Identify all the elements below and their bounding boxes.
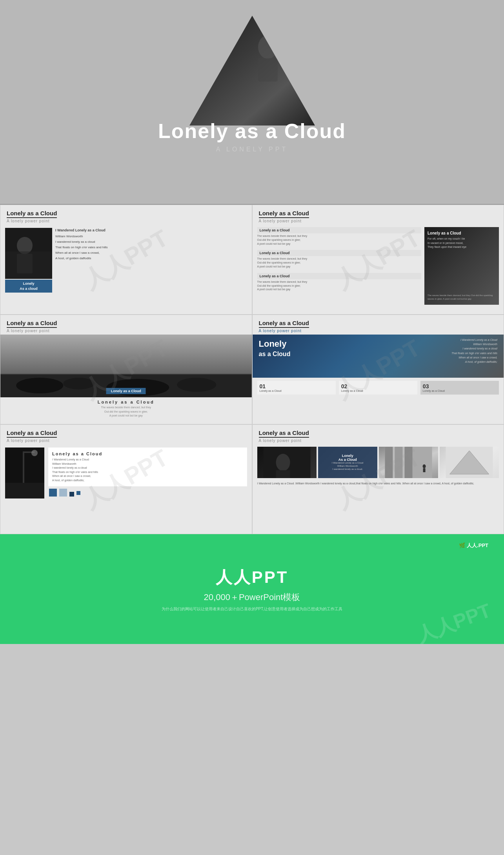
- slide5-poem-l3: I wandered lonely as a cloud: [52, 466, 87, 469]
- slides-grid: Lonely as a Cloud A lonely power point L…: [0, 205, 504, 534]
- svg-rect-7: [5, 251, 52, 279]
- slide4-poem-l4: That floats on high o'er vales and hills: [451, 352, 497, 355]
- slide3-header: Lonely as a Cloud A lonely power point: [0, 315, 252, 335]
- slide2-overlay-l3: They flash upon that inward eye: [428, 246, 466, 248]
- hero-subtitle: A LONELY PPT: [158, 146, 346, 153]
- slide4-poem-l3: I wandered lonely as a cloud: [462, 347, 497, 350]
- slide5-title: Lonely as a Cloud: [7, 429, 57, 438]
- slide1-poem-title: I Wandered Lonely as a Cloud: [55, 228, 108, 233]
- svg-rect-17: [23, 451, 24, 483]
- triangle-svg: [189, 16, 315, 126]
- svg-rect-23: [276, 470, 290, 478]
- slide-thumb-6[interactable]: Lonely as a Cloud A lonely power point: [252, 424, 504, 534]
- slide2-subtitle: A lonely power point: [259, 219, 498, 223]
- slide2-cards: Lonely as a Cloud The waves beside them …: [257, 227, 422, 305]
- slide-thumb-5[interactable]: Lonely as a Cloud A lonely power point: [0, 424, 252, 534]
- slide1-poem-author: William Wordsworth: [55, 234, 108, 239]
- slide4-big-l1: Lonely: [259, 339, 287, 349]
- slide4-big-l2: as a Cloud: [259, 351, 291, 357]
- slide5-left-photo: [5, 448, 44, 524]
- slide5-card-poem: I Wandered Lonely as a Cloud William Wor…: [52, 458, 243, 482]
- slide5-subtitle: A lonely power point: [7, 438, 246, 443]
- slide1-line2: That floats on high o'er vales and hills: [55, 245, 108, 250]
- slide4-subtitle: A lonely power point: [259, 329, 498, 333]
- slide6-bottom-text-area: I Wandered Lonely as a Cloud .William Wo…: [257, 478, 499, 486]
- slide5-header: Lonely as a Cloud A lonely power point: [0, 425, 252, 444]
- slide2-header: Lonely as a Cloud A lonely power point: [253, 205, 504, 225]
- slide5-sq4: [76, 491, 80, 495]
- svg-rect-26: [393, 447, 395, 478]
- slide2-card2-text: The waves beside them danced; but they O…: [257, 257, 422, 268]
- slide5-squares: [48, 488, 247, 497]
- promo-main-title: 人人PPT: [216, 566, 289, 588]
- slide6-photo4: [440, 447, 499, 478]
- slide1-body: Lonely As a cloud I Wandered Lonely as a…: [0, 225, 252, 307]
- slide-thumb-3[interactable]: Lonely as a Cloud A lonely power point: [0, 315, 252, 424]
- slide5-body: Lonely as a Cloud I Wandered Lonely as a…: [0, 444, 252, 527]
- slide4-poem-l1: I Wandered Lonely as a Cloud: [460, 338, 497, 341]
- slide5-poem-l2: William Wordsworth: [52, 462, 76, 465]
- slide4-header: Lonely as a Cloud A lonely power point: [253, 315, 504, 335]
- slide4-title: Lonely as a Cloud: [259, 320, 309, 328]
- slide5-white-card: Lonely as a Cloud I Wandered Lonely as a…: [48, 448, 247, 486]
- slide2-card2: Lonely as a Cloud The waves beside them …: [257, 250, 422, 268]
- promo-subtitle: 20,000＋PowerPoint模板: [204, 591, 300, 603]
- slide1-line1: I wandered lonely as a cloud: [55, 240, 108, 244]
- slide1-title: Lonely as a Cloud: [7, 210, 57, 218]
- slide6-title: Lonely as a Cloud: [259, 429, 309, 438]
- slide6-photos: LonelyAs a Cloud I Wandered Lonely as a …: [257, 447, 499, 478]
- svg-rect-29: [404, 447, 412, 478]
- svg-rect-14: [0, 374, 251, 375]
- slide2-card3: Lonely as a Cloud The waves beside them …: [257, 273, 422, 291]
- slide3-subtitle: A lonely power point: [7, 329, 246, 333]
- slide4-poem-l5: When all at once I saw a crowd,: [459, 356, 497, 359]
- slide5-center-card: Lonely as a Cloud I Wandered Lonely as a…: [48, 448, 247, 524]
- slide4-num1: 01 Lonely as a Cloud: [257, 381, 336, 395]
- svg-point-10: [16, 378, 63, 393]
- slide5-poem-l5: When all at once I saw a crowd,: [52, 475, 91, 477]
- svg-rect-20: [5, 483, 44, 498]
- slide5-sq2: [59, 489, 67, 497]
- slide4-num2-label: Lonely as a Cloud: [341, 389, 415, 392]
- slide4-poem-text: I Wandered Lonely as a Cloud William Wor…: [451, 338, 497, 364]
- slide2-card2-header: Lonely as a Cloud: [257, 250, 422, 256]
- hero-slide: Lonely as a Cloud A LONELY PPT: [0, 0, 504, 204]
- slide3-banner-area: Lonely as a Cloud: [0, 335, 252, 397]
- slide5-bw-img: [5, 448, 44, 498]
- slide1-poem: I Wandered Lonely as a Cloud William Wor…: [55, 228, 108, 304]
- svg-point-2: [258, 35, 278, 59]
- slide3-sub-l2: Out-did the sparkling waves in glee;: [104, 410, 148, 413]
- slide4-num2-number: 02: [341, 383, 415, 389]
- slide6-bottom-text: I Wandered Lonely as a Cloud .William Wo…: [257, 481, 499, 486]
- slide6-subtitle: A lonely power point: [259, 438, 498, 443]
- slide3-sub-l3: A poet could not but be gay: [109, 414, 143, 417]
- slide-thumb-4[interactable]: Lonely as a Cloud A lonely power point L…: [252, 315, 504, 424]
- slide3-title: Lonely as a Cloud: [7, 320, 57, 328]
- slide1-image-col: Lonely As a cloud: [5, 228, 52, 304]
- slide6-photo3: [379, 447, 438, 478]
- promo-logo: 🌿 人人.PPT: [459, 542, 488, 549]
- svg-rect-28: [402, 447, 404, 478]
- slide1-subtitle: A lonely power point: [7, 219, 246, 223]
- slide4-numbered: 01 Lonely as a Cloud 02 Lonely as a Clou…: [253, 378, 504, 398]
- slide-thumb-2[interactable]: Lonely as a Cloud A lonely power point L…: [252, 205, 504, 315]
- svg-point-19: [31, 450, 38, 456]
- slide6-photo1-svg: [257, 447, 317, 478]
- slide1-line4: A host, of golden daffodils: [55, 256, 108, 261]
- slide1-photo-svg: [5, 228, 52, 279]
- hero-main-title: Lonely as a Cloud: [158, 119, 346, 143]
- svg-point-22: [276, 454, 290, 471]
- slide2-title: Lonely as a Cloud: [259, 210, 309, 218]
- slide-thumb-1[interactable]: Lonely as a Cloud A lonely power point L…: [0, 205, 252, 315]
- slide2-card1-text: The waves beside them danced; but they O…: [257, 234, 422, 246]
- slide2-overlay-lines: For oft, when on my couch I lie In vacan…: [428, 237, 496, 249]
- slide6-overlay-poem: I Wandered Lonely as a Cloud William Wor…: [332, 462, 364, 471]
- slide6-ovl3: I wandered lonely as a cloud.: [332, 468, 363, 470]
- slide5-photo-svg: [5, 448, 44, 498]
- slide5-card-title: Lonely as a Cloud: [52, 451, 243, 456]
- slide3-sub-text: The waves beside them danced; but they O…: [3, 406, 249, 418]
- promo-watermark: 人人PPT: [413, 597, 494, 644]
- svg-rect-3: [258, 58, 278, 82]
- slide2-card3-header: Lonely as a Cloud: [257, 273, 422, 279]
- slide5-poem-l1: I Wandered Lonely as a Cloud: [52, 458, 89, 461]
